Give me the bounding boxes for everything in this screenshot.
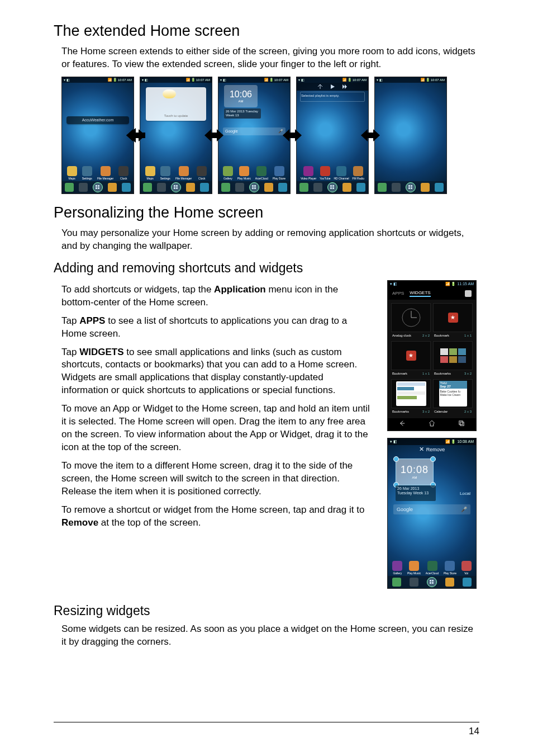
status-icons-left: ▾ ◧ xyxy=(390,438,397,445)
heading-extended-home: The extended Home screen xyxy=(54,22,479,40)
svg-marker-5 xyxy=(361,129,380,141)
clock-ampm: AM xyxy=(412,476,417,479)
clock-widget-selected: 10:08 AM xyxy=(396,459,434,485)
tab-apps: APPS xyxy=(392,291,404,296)
status-icons-left: ▾ ◧ xyxy=(390,281,397,287)
mic-icon: 🎤 xyxy=(461,507,467,512)
svg-marker-6 xyxy=(331,84,335,89)
footer-rule xyxy=(54,722,479,722)
search-text: Google xyxy=(397,507,413,512)
extended-home-illustration: ▾ ◧📶 🔋 10:07 AMAccuWeather.comMapsSettin… xyxy=(61,77,479,194)
local-label: Local xyxy=(460,491,470,496)
widget-cell-4: Bookmarks3 x 2 xyxy=(391,379,431,415)
status-time: 📶 🔋 10:08 AM xyxy=(445,438,474,445)
heading-adding-removing: Adding and removing shortcuts and widget… xyxy=(54,261,479,276)
arrow-icon xyxy=(283,126,302,145)
tab-widgets: WIDGETS xyxy=(410,290,430,297)
remove-label: Remove xyxy=(426,447,445,452)
shop-icon xyxy=(465,290,472,297)
screenshot-remove-mode: ▾ ◧ 📶 🔋 10:08 AM ✕ Remove 10:08 AM 26 Ma… xyxy=(387,438,477,589)
screenshot-widget-picker: ▾ ◧ 📶 🔋 11:15 AM APPS WIDGETS Analog clo… xyxy=(387,280,477,431)
heading-resizing: Resizing widgets xyxy=(54,603,479,618)
paragraph-add-p6: To remove a shortcut or widget from the … xyxy=(61,504,370,530)
page-number: 14 xyxy=(469,726,479,737)
svg-marker-2 xyxy=(126,129,145,141)
widget-cell-0: Analog clock2 x 2 xyxy=(391,303,431,339)
arrow-icon xyxy=(361,126,380,145)
home-screen-1: ▾ ◧📶 🔋 10:07 AMAccuWeather.comMapsSettin… xyxy=(61,77,134,194)
paragraph-add-p3: Tap WIDGETS to see small applications an… xyxy=(61,346,370,398)
paragraph-resizing-desc: Some widgets can be resized. As soon as … xyxy=(61,623,479,649)
svg-marker-7 xyxy=(342,84,345,89)
arrow-icon xyxy=(126,126,145,145)
close-icon: ✕ xyxy=(419,446,424,453)
widget-cell-1: ★Bookmark1 x 1 xyxy=(433,303,473,339)
paragraph-add-p5: To move the item to a different Home scr… xyxy=(61,460,370,498)
paragraph-add-p4: To move an App or Widget to the Home scr… xyxy=(61,403,370,454)
home-screen-4: ▾ ◧📶 🔋 10:07 AMSelected playlist is empt… xyxy=(296,77,369,194)
paragraph-add-p2: Tap APPS to see a list of shortcuts to a… xyxy=(61,315,370,341)
paragraph-extended-desc: The Home screen extends to either side o… xyxy=(61,45,479,71)
svg-marker-4 xyxy=(283,129,302,141)
arrow-icon xyxy=(204,126,223,145)
paragraph-personalizing-desc: You may personalize your Home screen by … xyxy=(61,227,479,253)
date-widget: 26 Mar 2013 Tuesday Week 13 xyxy=(396,485,436,501)
nav-home-icon xyxy=(428,419,436,429)
right-column-illustrations: ▾ ◧ 📶 🔋 11:15 AM APPS WIDGETS Analog clo… xyxy=(387,280,479,589)
status-time: 📶 🔋 11:15 AM xyxy=(445,281,474,287)
widget-cell-3: Bookmarks3 x 2 xyxy=(433,341,473,377)
nav-back-icon xyxy=(398,419,406,429)
svg-rect-12 xyxy=(459,421,462,424)
svg-rect-13 xyxy=(460,422,464,426)
search-widget: Google 🎤 xyxy=(393,504,470,514)
nav-recent-icon xyxy=(458,419,465,429)
home-screen-2: ▾ ◧📶 🔋 10:07 AMTouch to updateMapsSettin… xyxy=(140,77,212,194)
widget-cell-5: THUSep 27Bake Cookies fo Make Ice CreamC… xyxy=(433,379,473,415)
paragraph-add-p1: To add shortcuts or widgets, tap the App… xyxy=(61,284,370,309)
widget-cell-2: ★Bookmark1 x 1 xyxy=(391,341,431,377)
clock-time: 10:08 xyxy=(401,464,429,476)
home-screen-5: ▾ ◧📶 🔋 10:07 AM xyxy=(374,77,447,194)
remove-bar: ✕ Remove xyxy=(404,445,459,454)
home-screen-3: ▾ ◧📶 🔋 10:07 AM10:06AM26 Mar 2013 Tuesda… xyxy=(218,77,291,194)
svg-marker-8 xyxy=(345,84,347,89)
heading-personalizing: Personalizing the Home screen xyxy=(54,204,479,221)
svg-marker-3 xyxy=(204,129,223,141)
